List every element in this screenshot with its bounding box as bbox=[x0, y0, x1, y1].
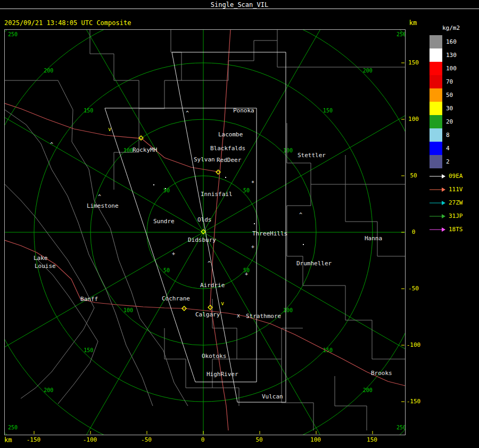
place-label: Okotoks bbox=[202, 353, 226, 360]
place-label: Brooks bbox=[371, 370, 392, 377]
x-axis-unit-label: km bbox=[4, 436, 12, 444]
radar-site-entry: 27ZW bbox=[429, 196, 463, 209]
range-ring-label: 200 bbox=[44, 68, 53, 74]
range-ring-label: 200 bbox=[44, 387, 53, 393]
range-ring-label: 200 bbox=[363, 68, 373, 74]
colorbar-unit-label: kg/m2 bbox=[442, 25, 460, 31]
place-label: Lacombe bbox=[218, 131, 243, 138]
county-boundary bbox=[58, 80, 188, 406]
radar-site-id: 31JP bbox=[449, 213, 463, 219]
range-ring-label: 250 bbox=[8, 425, 18, 430]
y-axis-tick-label: 150 bbox=[404, 59, 423, 66]
place-label: Ponoka bbox=[233, 107, 254, 114]
radar-site-legend: 09EA111V27ZW31JP18TS bbox=[429, 169, 463, 236]
map-marker-icon: ^ bbox=[299, 212, 302, 218]
radar-arrow-icon bbox=[429, 174, 446, 179]
colorbar-swatch bbox=[430, 88, 442, 102]
place-label: Hanna bbox=[365, 235, 382, 242]
colorbar-value-label: 4 bbox=[446, 145, 450, 152]
map-marker-icon: * bbox=[251, 180, 254, 186]
place-label: Louise bbox=[35, 263, 56, 270]
county-boundary bbox=[237, 328, 303, 359]
scan-area-outline bbox=[172, 52, 286, 402]
colorbar-swatch bbox=[430, 155, 442, 168]
range-ring-label: 100 bbox=[283, 307, 293, 313]
place-label: Blackfalds bbox=[210, 145, 245, 152]
colorbar-value-label: 70 bbox=[446, 78, 453, 85]
place-label: Drumheller bbox=[296, 260, 332, 267]
range-ring-label: 100 bbox=[283, 148, 293, 153]
map-svg[interactable]: 5050505010010010010015015015015020020020… bbox=[5, 30, 405, 435]
y-axis-tick-label: -150 bbox=[404, 398, 423, 405]
colorbar-entry: 70 bbox=[430, 75, 457, 88]
range-ring-label: 100 bbox=[123, 307, 133, 313]
place-label: Cochrane bbox=[162, 295, 190, 302]
place-label: Sundre bbox=[153, 218, 175, 225]
highway-line bbox=[142, 139, 220, 172]
colorbar-entry: 160 bbox=[430, 35, 457, 48]
range-ring-label: 50 bbox=[163, 267, 170, 273]
place-label: Airdrie bbox=[200, 282, 225, 289]
radar-arrow-icon bbox=[429, 214, 446, 219]
map-marker-icon: + bbox=[245, 271, 248, 277]
radar-site-id: 09EA bbox=[449, 173, 463, 180]
place-label: Calgary bbox=[195, 311, 220, 318]
range-ring-label: 150 bbox=[323, 108, 333, 113]
colorbar-entry: 4 bbox=[430, 142, 457, 155]
colorbar-swatch bbox=[430, 102, 442, 115]
place-label: Didsbury bbox=[188, 237, 216, 243]
place-label: Olds bbox=[197, 216, 212, 223]
colorbar-swatch bbox=[430, 75, 442, 88]
radar-site-id: 111V bbox=[449, 186, 463, 193]
y-axis-labels: 150100500-50-100-150 bbox=[404, 30, 423, 435]
range-ring-label: 250 bbox=[8, 31, 18, 37]
colorbar-value-label: 50 bbox=[446, 92, 453, 99]
y-axis-unit-label: km bbox=[403, 19, 423, 27]
place-label: HighRiver bbox=[207, 371, 238, 378]
range-ring-label: 200 bbox=[363, 387, 373, 393]
place-label: RedDeer bbox=[217, 157, 242, 164]
x-axis-tick-label: -100 bbox=[83, 436, 97, 443]
county-boundary bbox=[277, 30, 405, 67]
colorbar-entry: 20 bbox=[430, 115, 457, 128]
radar-site-entry: 111V bbox=[429, 183, 463, 196]
map-marker-icon: v bbox=[108, 126, 111, 132]
range-ring-label: 50 bbox=[163, 188, 170, 193]
town-dot-icon bbox=[165, 188, 166, 189]
colorbar-entry: 30 bbox=[430, 102, 457, 115]
y-axis-tick-label: 0 bbox=[404, 229, 423, 235]
x-axis-tick-label: -50 bbox=[141, 436, 152, 443]
radar-site-id: 27ZW bbox=[449, 199, 463, 206]
place-label: Strathmore bbox=[246, 313, 281, 320]
town-dot-icon bbox=[153, 184, 154, 185]
county-boundary bbox=[5, 184, 94, 398]
colorbar-entry: 50 bbox=[430, 88, 457, 102]
colorbar-value-label: 30 bbox=[446, 105, 453, 112]
map-marker-icon: ^ bbox=[98, 194, 101, 200]
colorbar-value-label: 130 bbox=[446, 52, 457, 59]
map-marker-icon: + bbox=[251, 244, 254, 250]
colorbar-swatch bbox=[430, 48, 442, 62]
place-label: Stettler bbox=[298, 152, 326, 159]
colorbar-value-label: 20 bbox=[446, 118, 453, 125]
window-title: Single_Scan_VIL bbox=[0, 1, 479, 9]
colorbar-entry: 130 bbox=[430, 48, 457, 62]
radar-site-entry: 31JP bbox=[429, 209, 463, 223]
radar-arrow-icon bbox=[429, 187, 446, 192]
radar-arrow-icon bbox=[429, 227, 446, 232]
range-ring-label: 150 bbox=[84, 108, 93, 113]
colorbar-swatch bbox=[430, 35, 442, 48]
place-label: Vulcan bbox=[262, 393, 283, 400]
map-canvas[interactable]: 5050505010010010010015015015015020020020… bbox=[4, 29, 406, 435]
x-axis-tick-label: 0 bbox=[201, 436, 205, 443]
x-axis-tick-label: 100 bbox=[310, 436, 321, 443]
x-axis-tick-label: 150 bbox=[367, 436, 377, 443]
colorbar-swatch bbox=[430, 115, 442, 128]
colorbar-value-label: 160 bbox=[446, 38, 457, 45]
colorbar-entry: 8 bbox=[430, 128, 457, 142]
map-marker-icon: + bbox=[172, 251, 175, 257]
title-bar: Single_Scan_VIL bbox=[0, 0, 479, 9]
x-axis-tick-label: -150 bbox=[27, 436, 41, 443]
place-label: Lake bbox=[34, 255, 48, 262]
highway-line bbox=[5, 103, 142, 139]
